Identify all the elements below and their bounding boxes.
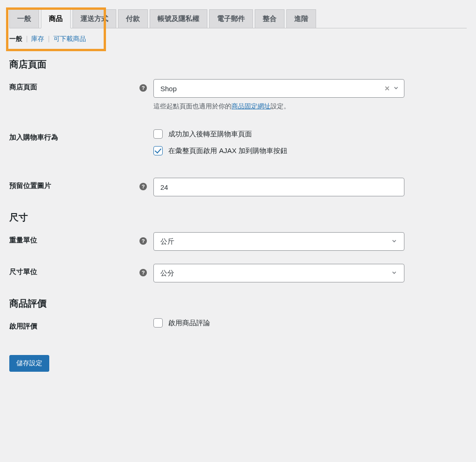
settings-tabs: 一般 商品 運送方式 付款 帳號及隱私權 電子郵件 整合 進階 bbox=[9, 9, 467, 28]
tab-shipping[interactable]: 運送方式 bbox=[73, 9, 116, 28]
chevron-down-icon bbox=[391, 238, 397, 246]
weight-unit-label: 重量單位 bbox=[9, 232, 139, 245]
tab-products[interactable]: 商品 bbox=[41, 9, 71, 28]
section-heading-shop-page: 商店頁面 bbox=[9, 58, 467, 71]
section-heading-dimensions: 尺寸 bbox=[9, 211, 467, 224]
enable-reviews-checkbox[interactable] bbox=[153, 318, 163, 328]
subtab-general[interactable]: 一般 bbox=[9, 35, 22, 42]
tab-emails[interactable]: 電子郵件 bbox=[209, 9, 253, 28]
ajax-add-to-cart-checkbox[interactable] bbox=[153, 146, 163, 155]
section-heading-reviews: 商品評價 bbox=[9, 297, 467, 310]
add-to-cart-label: 加入購物車行為 bbox=[9, 129, 139, 142]
placeholder-image-label: 預留位置圖片 bbox=[9, 178, 139, 190]
enable-reviews-checkbox-label: 啟用商品評論 bbox=[168, 319, 210, 328]
shop-page-label: 商店頁面 bbox=[9, 79, 139, 92]
clear-icon[interactable]: ✕ bbox=[384, 85, 390, 92]
product-subtabs: 一般 | 庫存 | 可下載商品 bbox=[9, 35, 467, 43]
subtab-downloadable[interactable]: 可下載商品 bbox=[53, 35, 86, 42]
help-icon[interactable]: ? bbox=[139, 84, 147, 92]
save-button[interactable]: 儲存設定 bbox=[9, 355, 49, 372]
shop-page-description: 這些起點頁面也適用於你的商品固定網址設定。 bbox=[153, 102, 404, 111]
help-icon[interactable]: ? bbox=[139, 183, 147, 190]
tab-integration[interactable]: 整合 bbox=[255, 9, 284, 28]
help-icon[interactable]: ? bbox=[139, 269, 147, 276]
ajax-add-to-cart-label: 在彙整頁面啟用 AJAX 加到購物車按鈕 bbox=[168, 147, 287, 155]
tab-payments[interactable]: 付款 bbox=[118, 9, 148, 28]
tab-accounts-privacy[interactable]: 帳號及隱私權 bbox=[150, 9, 207, 28]
dimension-unit-value: 公分 bbox=[160, 269, 174, 278]
tab-general[interactable]: 一般 bbox=[9, 9, 39, 28]
enable-reviews-label: 啟用評價 bbox=[9, 318, 139, 331]
help-icon[interactable]: ? bbox=[139, 237, 147, 245]
dimension-unit-label: 尺寸單位 bbox=[9, 264, 139, 276]
chevron-down-icon bbox=[393, 85, 399, 93]
subtab-inventory[interactable]: 庫存 bbox=[31, 35, 44, 42]
placeholder-image-input[interactable] bbox=[153, 178, 404, 196]
weight-unit-value: 公斤 bbox=[160, 237, 174, 246]
shop-page-select-value: Shop bbox=[160, 85, 177, 93]
tab-advanced[interactable]: 進階 bbox=[286, 9, 316, 28]
weight-unit-select[interactable]: 公斤 bbox=[153, 232, 404, 251]
shop-page-select[interactable]: Shop ✕ bbox=[153, 79, 404, 98]
permalink-link[interactable]: 商品固定網址 bbox=[231, 102, 271, 110]
chevron-down-icon bbox=[391, 269, 397, 277]
redirect-after-add-label: 成功加入後轉至購物車頁面 bbox=[168, 130, 252, 139]
dimension-unit-select[interactable]: 公分 bbox=[153, 264, 404, 282]
redirect-after-add-checkbox[interactable] bbox=[153, 129, 163, 139]
